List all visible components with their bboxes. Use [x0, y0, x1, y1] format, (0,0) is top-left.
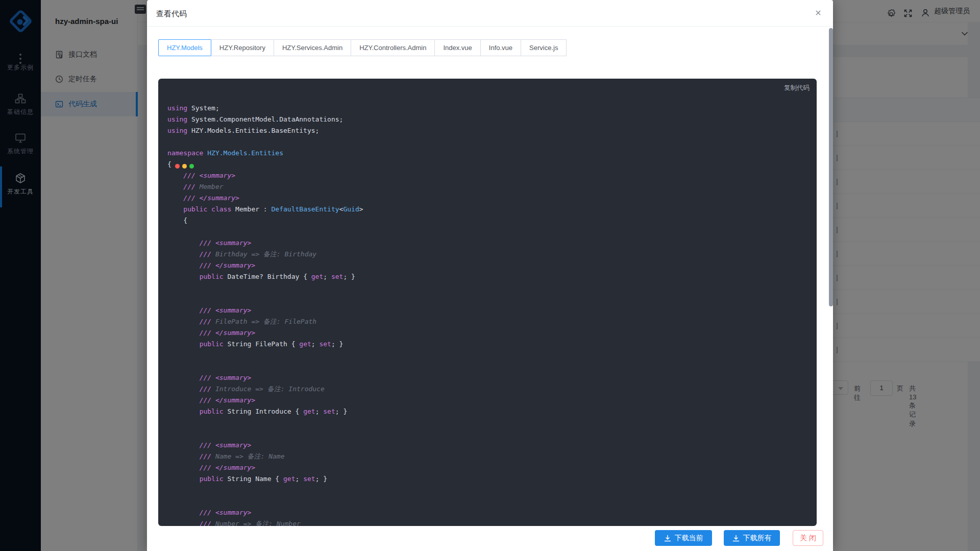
tab-hzy-services-admin[interactable]: HZY.Services.Admin — [274, 39, 351, 56]
code-line — [167, 417, 817, 428]
close-icon[interactable]: ✕ — [814, 9, 823, 18]
code-line: /// <summary> — [167, 507, 817, 518]
code-line — [167, 136, 817, 148]
code-line: /// <summary> — [167, 372, 817, 384]
tab-service-js[interactable]: Service.js — [521, 39, 567, 56]
download-all-button[interactable]: 下载所有 — [724, 530, 780, 546]
code-line: /// <summary> — [167, 440, 817, 451]
code-line: /// Introduce => 备注: Introduce — [167, 384, 817, 395]
code-line: using System.ComponentModel.DataAnnotati… — [167, 114, 817, 125]
code-line: { — [167, 159, 817, 170]
download-icon — [664, 535, 671, 542]
code-file-tabs: HZY.ModelsHZY.RepositoryHZY.Services.Adm… — [158, 39, 567, 56]
download-current-label: 下载当前 — [675, 534, 703, 543]
code-line — [167, 350, 817, 361]
code-line: public DateTime? Birthday { get; set; } — [167, 271, 817, 282]
code-line: /// Name => 备注: Name — [167, 451, 817, 462]
code-line — [167, 496, 817, 507]
code-line: /// Member — [167, 181, 817, 193]
code-content: using System;using System.ComponentModel… — [167, 103, 817, 526]
app-root: 更多示例基础信息系统管理开发工具 hzy-admin-spa-ui 接口文档定时… — [0, 0, 980, 551]
dialog-scrollbar-track[interactable] — [829, 0, 833, 551]
dialog-scrollbar-thumb[interactable] — [829, 28, 833, 306]
code-line: public class Member : DefaultBaseEntity<… — [167, 204, 817, 215]
view-code-dialog: 查看代码 ✕ HZY.ModelsHZY.RepositoryHZY.Servi… — [147, 0, 833, 551]
dialog-header: 查看代码 ✕ — [147, 0, 833, 27]
code-block: 复制代码 using System;using System.Component… — [158, 79, 817, 526]
code-line: /// <summary> — [167, 170, 817, 181]
code-line: using System; — [167, 103, 817, 114]
code-line: /// </summary> — [167, 462, 817, 473]
tab-hzy-repository[interactable]: HZY.Repository — [211, 39, 274, 56]
code-line — [167, 294, 817, 305]
tab-info-vue[interactable]: Info.vue — [480, 39, 521, 56]
code-line — [167, 226, 817, 237]
download-current-button[interactable]: 下载当前 — [655, 530, 712, 546]
code-line: /// Birthday => 备注: Birthday — [167, 249, 817, 260]
download-all-label: 下载所有 — [743, 534, 772, 543]
code-line: /// FilePath => 备注: FilePath — [167, 316, 817, 327]
code-line — [167, 428, 817, 440]
code-line: /// <summary> — [167, 305, 817, 316]
tab-hzy-controllers-admin[interactable]: HZY.Controllers.Admin — [351, 39, 435, 56]
code-line: public String Introduce { get; set; } — [167, 406, 817, 417]
code-line — [167, 485, 817, 496]
copy-code-button[interactable]: 复制代码 — [784, 84, 810, 92]
code-line: /// </summary> — [167, 260, 817, 271]
tab-index-vue[interactable]: Index.vue — [434, 39, 480, 56]
tab-hzy-models[interactable]: HZY.Models — [158, 39, 211, 56]
code-line: /// </summary> — [167, 193, 817, 204]
code-line: public String Name { get; set; } — [167, 473, 817, 485]
code-line — [167, 282, 817, 294]
code-line: /// </summary> — [167, 395, 817, 406]
code-line: /// <summary> — [167, 237, 817, 249]
code-line: /// </summary> — [167, 327, 817, 339]
code-line: { — [167, 215, 817, 226]
download-icon — [732, 535, 740, 542]
code-line: using HZY.Models.Entities.BaseEntitys; — [167, 125, 817, 136]
code-line: /// Number => 备注: Number — [167, 518, 817, 526]
code-line: public String FilePath { get; set; } — [167, 339, 817, 350]
code-line: namespace HZY.Models.Entities — [167, 148, 817, 159]
code-line — [167, 361, 817, 372]
close-dialog-button[interactable]: 关 闭 — [793, 530, 823, 546]
dialog-title: 查看代码 — [156, 9, 187, 19]
